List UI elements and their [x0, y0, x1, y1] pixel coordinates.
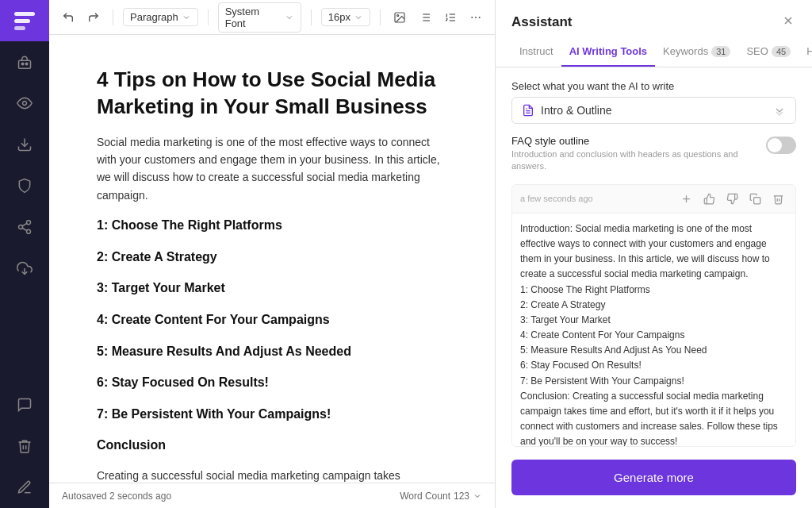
svg-point-8 [27, 221, 31, 225]
assistant-body: Select what you want the AI to write Int… [496, 67, 812, 460]
faq-text: FAQ style outline Introduction and concl… [511, 135, 756, 173]
word-count-button[interactable]: Word Count 123 [400, 491, 482, 502]
tabs: Instruct AI Writing Tools Keywords 31 SE… [511, 40, 796, 67]
sidebar-icon-settings[interactable] [0, 467, 49, 508]
faq-title: FAQ style outline [511, 135, 756, 147]
section-4: 4: Create Content For Your Campaigns [97, 310, 447, 330]
dropdown-chevron-icon [773, 104, 786, 117]
faq-description: Introduction and conclusion with headers… [511, 148, 756, 173]
paragraph-select[interactable]: Paragraph [123, 8, 198, 26]
section-2: 2: Create A Strategy [97, 247, 447, 267]
svg-line-11 [22, 228, 27, 230]
toolbar-divider-2 [208, 10, 209, 25]
svg-point-6 [23, 102, 27, 106]
paragraph-select-label: Paragraph [130, 11, 178, 23]
assistant-header: Assistant Instruct AI Writing Tools Keyw… [496, 0, 812, 67]
editor-area[interactable]: 4 Tips on How to Use Social Media Market… [49, 35, 495, 483]
content-type-value: Intro & Outline [541, 104, 767, 117]
svg-point-25 [471, 17, 473, 18]
sidebar-icon-trash[interactable] [0, 425, 49, 467]
section-3: 3: Target Your Market [97, 278, 447, 298]
tab-keywords[interactable]: Keywords 31 [655, 40, 738, 67]
svg-rect-3 [19, 60, 31, 68]
size-select-label: 16px [328, 11, 350, 23]
toolbar-divider-1 [113, 10, 113, 25]
tab-ai-writing-tools[interactable]: AI Writing Tools [561, 40, 655, 67]
image-button[interactable] [390, 8, 409, 27]
more-options-button[interactable] [466, 8, 485, 27]
sidebar-icon-chat[interactable] [0, 384, 49, 425]
app-logo[interactable] [0, 0, 49, 41]
faq-section: FAQ style outline Introduction and concl… [511, 135, 796, 173]
svg-point-26 [475, 17, 477, 18]
svg-rect-0 [14, 12, 35, 16]
sidebar-icon-shield[interactable] [0, 165, 49, 206]
dropdown-icon [522, 104, 534, 117]
sidebar-icon-share[interactable] [0, 206, 49, 248]
sidebar-icon-cloud-download[interactable] [0, 248, 49, 289]
svg-rect-1 [14, 19, 30, 23]
redo-button[interactable] [84, 8, 103, 27]
main-content: Paragraph System Font 16px 4 Tips on How… [49, 0, 495, 508]
autosave-status: Autosaved 2 seconds ago [62, 491, 171, 502]
svg-rect-34 [754, 197, 760, 203]
add-action-button[interactable] [677, 191, 695, 206]
svg-rect-2 [14, 26, 25, 30]
thumbs-up-button[interactable] [700, 191, 718, 206]
assistant-title: Assistant [511, 14, 573, 30]
word-count-label: Word Count [400, 491, 450, 502]
select-ai-label: Select what you want the AI to write [511, 80, 796, 92]
toolbar: Paragraph System Font 16px [49, 0, 495, 35]
tab-instruct[interactable]: Instruct [511, 40, 561, 67]
toolbar-divider-3 [311, 10, 312, 25]
tab-seo[interactable]: SEO 45 [738, 40, 799, 67]
copy-button[interactable] [746, 191, 764, 206]
generated-text: Introduction: Social media marketing is … [512, 214, 795, 447]
section-5: 5: Measure Results And Adjust As Needed [97, 341, 447, 362]
delete-button[interactable] [769, 191, 787, 206]
thumbs-down-button[interactable] [723, 191, 741, 206]
toolbar-divider-4 [380, 10, 381, 25]
svg-point-27 [479, 17, 481, 18]
list-button[interactable] [416, 8, 435, 27]
sidebar-icon-robot[interactable] [0, 41, 49, 83]
generated-block: a few seconds ago [511, 184, 796, 447]
sidebar-icon-download[interactable] [0, 124, 49, 165]
status-bar: Autosaved 2 seconds ago Word Count 123 [49, 483, 495, 508]
generated-actions [677, 191, 787, 206]
size-select[interactable]: 16px [321, 8, 370, 26]
svg-point-9 [19, 225, 23, 229]
section-7: 7: Be Persistent With Your Campaigns! [97, 404, 447, 425]
font-select[interactable]: System Font [218, 2, 301, 33]
keywords-badge: 31 [711, 46, 730, 57]
sidebar [0, 0, 49, 508]
article-title: 4 Tips on How to Use Social Media Market… [97, 67, 447, 121]
svg-line-12 [22, 223, 27, 225]
svg-point-15 [397, 14, 399, 16]
faq-toggle[interactable] [766, 137, 796, 154]
seo-badge: 45 [772, 46, 791, 57]
generated-timestamp: a few seconds ago [520, 194, 593, 203]
assistant-panel: Assistant Instruct AI Writing Tools Keyw… [495, 0, 812, 508]
font-select-label: System Font [225, 6, 282, 29]
svg-point-4 [21, 63, 24, 65]
tab-history[interactable]: History [799, 40, 812, 67]
article-intro: Social media marketing is one of the mos… [97, 133, 447, 205]
close-assistant-button[interactable] [780, 13, 796, 31]
assistant-title-row: Assistant [511, 13, 796, 31]
select-ai-section: Select what you want the AI to write Int… [511, 80, 796, 124]
svg-point-5 [25, 63, 28, 65]
ordered-list-button[interactable] [441, 8, 460, 27]
sidebar-icon-eye[interactable] [0, 83, 49, 124]
section-1: 1: Choose The Right Platforms [97, 215, 447, 236]
undo-button[interactable] [59, 8, 78, 27]
conclusion-text: Creating a successful social media marke… [97, 467, 447, 483]
svg-point-10 [27, 229, 31, 233]
generated-block-header: a few seconds ago [512, 185, 795, 214]
generate-more-button[interactable]: Generate more [511, 460, 796, 495]
word-count-value: 123 [454, 491, 469, 502]
section-6: 6: Stay Focused On Results! [97, 372, 447, 393]
content-type-dropdown[interactable]: Intro & Outline [511, 97, 796, 124]
section-conclusion: Conclusion [97, 435, 447, 456]
